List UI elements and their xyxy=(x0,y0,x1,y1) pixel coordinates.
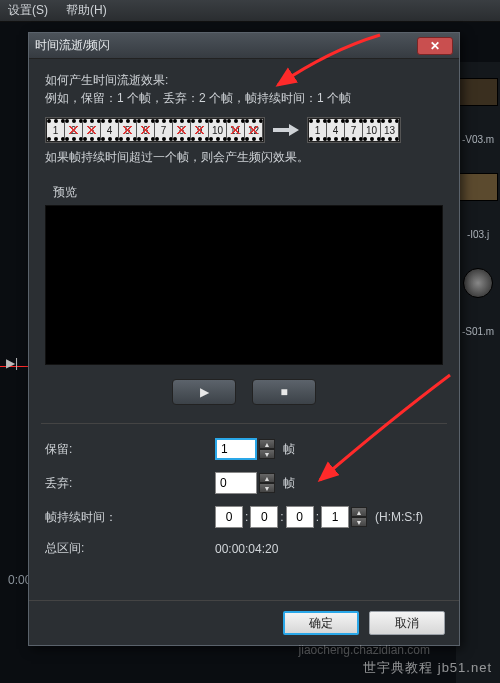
film-frame: 10 xyxy=(209,119,227,141)
dur-stepper[interactable]: ▲▼ xyxy=(351,507,367,527)
intro-line2: 例如，保留：1 个帧，丢弃：2 个帧，帧持续时间：1 个帧 xyxy=(45,89,443,107)
divider xyxy=(41,423,447,424)
menu-help[interactable]: 帮助(H) xyxy=(66,2,107,19)
step-up-icon[interactable]: ▲ xyxy=(351,507,367,517)
strobe-note: 如果帧持续时间超过一个帧，则会产生频闪效果。 xyxy=(45,149,443,166)
step-up-icon[interactable]: ▲ xyxy=(259,473,275,483)
menu-settings[interactable]: 设置(S) xyxy=(8,2,48,19)
film-frame: 7 xyxy=(345,119,363,141)
arrow-right-icon xyxy=(273,122,299,138)
play-button[interactable]: ▶ xyxy=(172,379,236,405)
keep-stepper[interactable]: ▲▼ xyxy=(259,439,275,459)
film-frame: 7 xyxy=(155,119,173,141)
film-frame: 4 xyxy=(327,119,345,141)
filmstrip-output: 1471013 xyxy=(307,117,401,143)
film-frame: 6 xyxy=(137,119,155,141)
film-frame: 12 xyxy=(245,119,263,141)
close-button[interactable]: ✕ xyxy=(417,37,453,55)
film-frame: 13 xyxy=(381,119,399,141)
filmstrip-example: 123456789101112 1471013 xyxy=(45,117,443,143)
cancel-button[interactable]: 取消 xyxy=(369,611,445,635)
close-icon: ✕ xyxy=(430,39,440,53)
timelapse-dialog: 时间流逝/频闪 ✕ 如何产生时间流逝效果: 例如，保留：1 个帧，丢弃：2 个帧… xyxy=(28,32,460,646)
film-frame: 5 xyxy=(119,119,137,141)
drop-unit: 帧 xyxy=(283,475,295,492)
clip-bin: -V03.m -I03.j -S01.m xyxy=(456,62,500,683)
dur-h-input[interactable] xyxy=(215,506,243,528)
clip-label: -V03.m xyxy=(462,134,494,145)
film-frame: 10 xyxy=(363,119,381,141)
clip-thumb[interactable] xyxy=(458,173,498,201)
dialog-titlebar[interactable]: 时间流逝/频闪 ✕ xyxy=(29,33,459,59)
keep-input[interactable] xyxy=(215,438,257,460)
film-frame: 8 xyxy=(173,119,191,141)
filmstrip-input: 123456789101112 xyxy=(45,117,265,143)
dur-m-input[interactable] xyxy=(250,506,278,528)
film-frame: 2 xyxy=(65,119,83,141)
drop-label: 丢弃: xyxy=(45,475,215,492)
intro-text: 如何产生时间流逝效果: 例如，保留：1 个帧，丢弃：2 个帧，帧持续时间：1 个… xyxy=(45,71,443,107)
clip-thumb[interactable] xyxy=(458,78,498,106)
watermark-text: 世宇典教程 jb51.net xyxy=(363,659,492,677)
duration-label: 帧持续时间： xyxy=(45,509,215,526)
menu-bar: 设置(S) 帮助(H) xyxy=(0,0,500,22)
film-frame: 9 xyxy=(191,119,209,141)
step-down-icon[interactable]: ▼ xyxy=(351,517,367,527)
step-up-icon[interactable]: ▲ xyxy=(259,439,275,449)
disc-icon[interactable] xyxy=(463,268,493,298)
watermark-text: jiaocheng.chazidian.com xyxy=(299,643,430,657)
film-frame: 3 xyxy=(83,119,101,141)
dur-f-input[interactable] xyxy=(321,506,349,528)
film-frame: 4 xyxy=(101,119,119,141)
film-frame: 1 xyxy=(309,119,327,141)
drop-stepper[interactable]: ▲▼ xyxy=(259,473,275,493)
total-label: 总区间: xyxy=(45,540,215,557)
intro-line1: 如何产生时间流逝效果: xyxy=(45,71,443,89)
dur-format: (H:M:S:f) xyxy=(375,510,423,524)
keep-label: 保留: xyxy=(45,441,215,458)
drop-input[interactable] xyxy=(215,472,257,494)
stop-button[interactable]: ■ xyxy=(252,379,316,405)
total-value: 00:00:04:20 xyxy=(215,542,278,556)
dialog-title: 时间流逝/频闪 xyxy=(35,37,110,54)
stop-icon: ■ xyxy=(280,385,287,399)
film-frame: 1 xyxy=(47,119,65,141)
clip-label: -S01.m xyxy=(462,326,494,337)
clip-label: -I03.j xyxy=(467,229,489,240)
step-down-icon[interactable]: ▼ xyxy=(259,483,275,493)
playhead-marker[interactable]: ▶| xyxy=(6,356,20,376)
dur-s-input[interactable] xyxy=(286,506,314,528)
step-down-icon[interactable]: ▼ xyxy=(259,449,275,459)
film-frame: 11 xyxy=(227,119,245,141)
keep-unit: 帧 xyxy=(283,441,295,458)
preview-label: 预览 xyxy=(45,180,443,205)
ok-button[interactable]: 确定 xyxy=(283,611,359,635)
preview-area xyxy=(45,205,443,365)
play-icon: ▶ xyxy=(200,385,209,399)
